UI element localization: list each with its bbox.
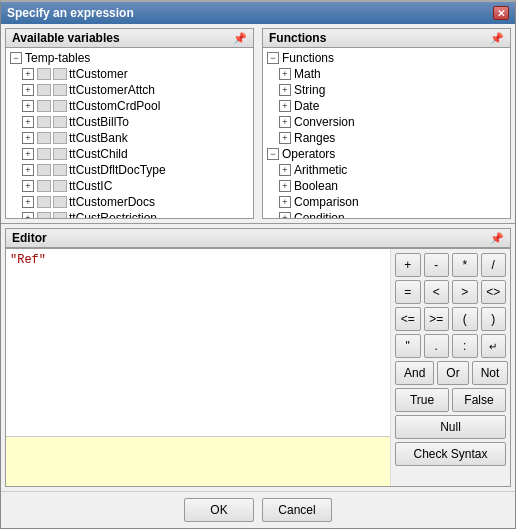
btn-equals[interactable]: = [395,280,421,304]
editor-label: Editor [12,231,47,245]
btn-multiply[interactable]: * [452,253,478,277]
tree-label-functions-root: Functions [282,51,334,65]
tree-item-functions-root[interactable]: − Functions [263,50,510,66]
tt-cust-dflt-doc-type-icon [37,164,51,176]
btn-plus[interactable]: + [395,253,421,277]
tree-item-condition[interactable]: + Condition [263,210,510,218]
tree-item-string[interactable]: + String [263,82,510,98]
tree-item-tt-cust-dflt-doc-type[interactable]: + ttCustDfltDocType [6,162,253,178]
cancel-button[interactable]: Cancel [262,498,332,522]
expand-icon-tt-customer[interactable]: + [22,68,34,80]
btn-less-than[interactable]: < [424,280,450,304]
tree-item-comparison[interactable]: + Comparison [263,194,510,210]
expand-icon-tt-custom-crd-pool[interactable]: + [22,100,34,112]
tree-item-operators-root[interactable]: − Operators [263,146,510,162]
tree-item-ranges[interactable]: + Ranges [263,130,510,146]
tree-label-tt-customer-attch: ttCustomerAttch [69,83,155,97]
btn-greater-than[interactable]: > [452,280,478,304]
tree-label-condition: Condition [294,211,345,218]
btn-quote[interactable]: " [395,334,421,358]
btn-lte[interactable]: <= [395,307,421,331]
collapse-icon-functions[interactable]: − [267,52,279,64]
expand-icon-boolean[interactable]: + [279,180,291,192]
tt-cust-child-icon2 [53,148,67,160]
collapse-icon-temp-tables[interactable]: − [10,52,22,64]
tree-item-tt-cust-child[interactable]: + ttCustChild [6,146,253,162]
editor-body: "Ref" + - * / = < > [5,248,511,487]
collapse-icon-operators[interactable]: − [267,148,279,160]
tree-label-tt-cust-dflt-doc-type: ttCustDfltDocType [69,163,166,177]
tree-item-tt-customer[interactable]: + ttCustomer [6,66,253,82]
tt-cust-child-icon [37,148,51,160]
expand-icon-tt-cust-dflt-doc-type[interactable]: + [22,164,34,176]
functions-label: Functions [269,31,326,45]
tree-item-boolean[interactable]: + Boolean [263,178,510,194]
tree-item-tt-custom-crd-pool[interactable]: + ttCustomCrdPool [6,98,253,114]
editor-pin[interactable]: 📌 [490,232,504,245]
btn-divide[interactable]: / [481,253,507,277]
tree-item-date[interactable]: + Date [263,98,510,114]
btn-row-check-syntax: Check Syntax [395,442,506,466]
expand-icon-date[interactable]: + [279,100,291,112]
btn-dot[interactable]: . [424,334,450,358]
check-syntax-button[interactable]: Check Syntax [395,442,506,466]
tt-cust-restriction-icon [37,212,51,218]
expand-icon-tt-customer-docs[interactable]: + [22,196,34,208]
expand-icon-tt-cust-restriction[interactable]: + [22,212,34,218]
btn-gte[interactable]: >= [424,307,450,331]
btn-open-paren[interactable]: ( [452,307,478,331]
tree-item-tt-cust-bank[interactable]: + ttCustBank [6,130,253,146]
btn-null[interactable]: Null [395,415,506,439]
expand-icon-tt-cust-bill-to[interactable]: + [22,116,34,128]
editor-input[interactable]: "Ref" [6,249,390,436]
tree-item-conversion[interactable]: + Conversion [263,114,510,130]
expand-icon-string[interactable]: + [279,84,291,96]
functions-pin[interactable]: 📌 [490,32,504,45]
expand-icon-comparison[interactable]: + [279,196,291,208]
tree-item-tt-customer-docs[interactable]: + ttCustomerDocs [6,194,253,210]
btn-minus[interactable]: - [424,253,450,277]
tree-item-tt-cust-restriction[interactable]: + ttCustRestriction [6,210,253,218]
btn-not[interactable]: Not [472,361,509,385]
expand-icon-math[interactable]: + [279,68,291,80]
tt-cust-ic-icon2 [53,180,67,192]
close-button[interactable]: ✕ [493,6,509,20]
btn-and[interactable]: And [395,361,434,385]
tree-label-math: Math [294,67,321,81]
editor-buttons-panel: + - * / = < > <> <= >= [390,249,510,486]
expand-icon-condition[interactable]: + [279,212,291,218]
ok-button[interactable]: OK [184,498,254,522]
tree-item-tt-customer-attch[interactable]: + ttCustomerAttch [6,82,253,98]
available-variables-pin[interactable]: 📌 [233,32,247,45]
top-panels: Available variables 📌 − Temp-tables + tt… [1,24,515,224]
expand-icon-tt-cust-bank[interactable]: + [22,132,34,144]
expand-icon-ranges[interactable]: + [279,132,291,144]
btn-false[interactable]: False [452,388,506,412]
btn-colon[interactable]: : [452,334,478,358]
editor-output-area [6,436,390,486]
btn-not-equals[interactable]: <> [481,280,507,304]
tt-customer-icon2 [53,68,67,80]
expand-icon-conversion[interactable]: + [279,116,291,128]
functions-tree[interactable]: − Functions + Math + String + Date [263,48,510,218]
btn-or[interactable]: Or [437,361,468,385]
expand-icon-tt-cust-child[interactable]: + [22,148,34,160]
tree-item-tt-cust-bill-to[interactable]: + ttCustBillTo [6,114,253,130]
tt-custom-crd-pool-icon [37,100,51,112]
tree-item-temp-tables[interactable]: − Temp-tables [6,50,253,66]
btn-row-5: And Or Not [395,361,506,385]
btn-close-paren[interactable]: ) [481,307,507,331]
btn-row-4: " . : ↵ [395,334,506,358]
available-variables-tree[interactable]: − Temp-tables + ttCustomer + ttCu [6,48,253,218]
tt-cust-bill-to-icon2 [53,116,67,128]
btn-enter[interactable]: ↵ [481,334,507,358]
expand-icon-tt-cust-ic[interactable]: + [22,180,34,192]
tree-item-math[interactable]: + Math [263,66,510,82]
tt-cust-bill-to-icon [37,116,51,128]
expand-icon-arithmetic[interactable]: + [279,164,291,176]
btn-true[interactable]: True [395,388,449,412]
expand-icon-tt-customer-attch[interactable]: + [22,84,34,96]
tree-item-arithmetic[interactable]: + Arithmetic [263,162,510,178]
tree-item-tt-cust-ic[interactable]: + ttCustIC [6,178,253,194]
window-title: Specify an expression [7,6,134,20]
